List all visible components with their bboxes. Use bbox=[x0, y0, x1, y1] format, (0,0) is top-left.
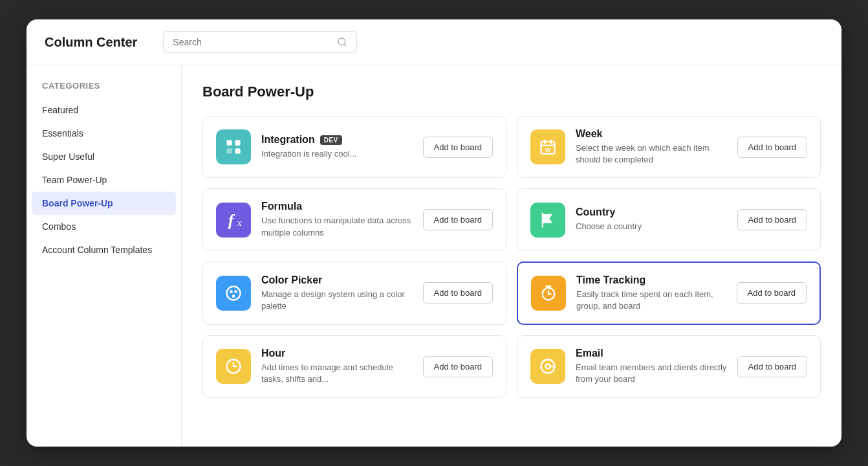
content-area: Categories Featured Essentials Super Use… bbox=[27, 65, 841, 447]
card-desc-week: Select the week on which each item shoul… bbox=[576, 142, 727, 166]
card-icon-email bbox=[530, 349, 565, 384]
sidebar-item-featured[interactable]: Featured bbox=[27, 98, 181, 122]
add-to-board-button-formula[interactable]: Add to board bbox=[423, 209, 493, 230]
add-to-board-button-email[interactable]: Add to board bbox=[737, 356, 807, 377]
svg-text:x: x bbox=[237, 218, 242, 228]
card-icon-formula: fx bbox=[216, 203, 251, 238]
svg-rect-3 bbox=[235, 140, 240, 146]
card-body-formula: FormulaUse functions to manipulate data … bbox=[261, 201, 413, 238]
card-name-row-hour: Hour bbox=[261, 348, 413, 359]
card-icon-color-picker bbox=[216, 276, 251, 311]
card-body-color-picker: Color PickerManage a design system using… bbox=[261, 274, 413, 312]
add-to-board-button-country[interactable]: Add to board bbox=[737, 209, 807, 230]
card-week: WWeekSelect the week on which each item … bbox=[517, 116, 821, 178]
card-body-email: EmailEmail team members and clients dire… bbox=[576, 348, 727, 385]
card-name-row-time-tracking: Time Tracking bbox=[576, 274, 726, 286]
card-icon-hour bbox=[216, 349, 251, 384]
sidebar: Categories Featured Essentials Super Use… bbox=[27, 65, 182, 447]
card-name-row-email: Email bbox=[576, 348, 727, 359]
sidebar-item-team-power-up[interactable]: Team Power-Up bbox=[27, 168, 181, 192]
svg-point-15 bbox=[234, 290, 237, 293]
svg-point-13 bbox=[227, 286, 241, 300]
search-icon bbox=[337, 37, 347, 47]
card-desc-time-tracking: Easily track time spent on each item, gr… bbox=[576, 289, 726, 312]
card-body-hour: HourAdd times to manage and schedule tas… bbox=[261, 348, 413, 385]
sidebar-section-title: Categories bbox=[27, 81, 181, 98]
sidebar-item-account-column-templates[interactable]: Account Column Templates bbox=[27, 238, 181, 261]
add-to-board-button-integration[interactable]: Add to board bbox=[423, 137, 493, 158]
sidebar-item-essentials[interactable]: Essentials bbox=[27, 122, 181, 145]
card-email: EmailEmail team members and clients dire… bbox=[517, 335, 821, 397]
card-body-country: CountryChoose a country bbox=[576, 206, 727, 232]
card-desc-country: Choose a country bbox=[576, 221, 727, 232]
search-input[interactable] bbox=[173, 37, 332, 47]
card-name-row-color-picker: Color Picker bbox=[261, 274, 413, 286]
add-to-board-button-hour[interactable]: Add to board bbox=[423, 356, 493, 377]
add-to-board-button-week[interactable]: Add to board bbox=[737, 137, 807, 158]
card-body-time-tracking: Time TrackingEasily track time spent on … bbox=[576, 274, 726, 312]
card-body-integration: IntegrationDEVIntegration is really cool… bbox=[261, 134, 413, 160]
svg-text:W: W bbox=[545, 147, 551, 153]
sidebar-item-board-power-up[interactable]: Board Power-Up bbox=[32, 192, 176, 215]
card-name-week: Week bbox=[576, 128, 603, 140]
card-body-week: WeekSelect the week on which each item s… bbox=[576, 128, 727, 166]
app-title: Column Center bbox=[45, 35, 137, 50]
card-color-picker: Color PickerManage a design system using… bbox=[202, 261, 506, 325]
svg-point-25 bbox=[546, 364, 550, 369]
card-name-time-tracking: Time Tracking bbox=[576, 274, 646, 286]
card-icon-time-tracking bbox=[531, 276, 566, 311]
search-bar[interactable] bbox=[163, 31, 357, 53]
card-icon-integration bbox=[216, 129, 251, 164]
card-name-row-integration: IntegrationDEV bbox=[261, 134, 413, 146]
card-icon-week: W bbox=[530, 129, 565, 164]
section-title: Board Power-Up bbox=[202, 83, 821, 100]
card-name-country: Country bbox=[576, 206, 615, 218]
card-name-integration: Integration bbox=[261, 134, 315, 146]
svg-line-1 bbox=[344, 44, 346, 46]
card-desc-integration: Integration is really cool... bbox=[261, 148, 413, 160]
card-integration: IntegrationDEVIntegration is really cool… bbox=[202, 116, 506, 178]
card-formula: fxFormulaUse functions to manipulate dat… bbox=[202, 188, 506, 250]
cards-grid: IntegrationDEVIntegration is really cool… bbox=[202, 116, 821, 398]
svg-point-16 bbox=[232, 294, 235, 298]
svg-rect-4 bbox=[235, 149, 240, 154]
sidebar-item-super-useful[interactable]: Super Useful bbox=[27, 145, 181, 168]
card-desc-hour: Add times to manage and schedule tasks, … bbox=[261, 362, 413, 385]
sidebar-item-combos[interactable]: Combos bbox=[27, 215, 181, 238]
card-country: CountryChoose a countryAdd to board bbox=[517, 188, 821, 250]
card-name-formula: Formula bbox=[261, 201, 302, 212]
card-icon-country bbox=[530, 203, 565, 238]
card-desc-email: Email team members and clients directly … bbox=[576, 362, 727, 385]
card-badge-integration: DEV bbox=[320, 135, 342, 145]
card-name-row-formula: Formula bbox=[261, 201, 413, 212]
card-hour: HourAdd times to manage and schedule tas… bbox=[202, 335, 506, 397]
card-name-email: Email bbox=[576, 348, 603, 359]
svg-point-14 bbox=[230, 290, 233, 293]
svg-rect-2 bbox=[227, 140, 232, 146]
app-window: Column Center Categories Featured Essent… bbox=[27, 19, 841, 447]
card-name-color-picker: Color Picker bbox=[261, 274, 322, 286]
card-desc-color-picker: Manage a design system using a color pal… bbox=[261, 289, 413, 312]
card-name-hour: Hour bbox=[261, 348, 285, 359]
card-desc-formula: Use functions to manipulate data across … bbox=[261, 215, 413, 238]
card-name-row-week: Week bbox=[576, 128, 727, 140]
main-content: Board Power-Up IntegrationDEVIntegration… bbox=[182, 65, 841, 447]
add-to-board-button-color-picker[interactable]: Add to board bbox=[423, 282, 493, 304]
svg-rect-5 bbox=[227, 149, 232, 154]
add-to-board-button-time-tracking[interactable]: Add to board bbox=[737, 282, 807, 304]
card-name-row-country: Country bbox=[576, 206, 727, 218]
svg-text:f: f bbox=[228, 211, 235, 229]
header: Column Center bbox=[27, 19, 841, 65]
card-time-tracking: Time TrackingEasily track time spent on … bbox=[517, 261, 821, 325]
